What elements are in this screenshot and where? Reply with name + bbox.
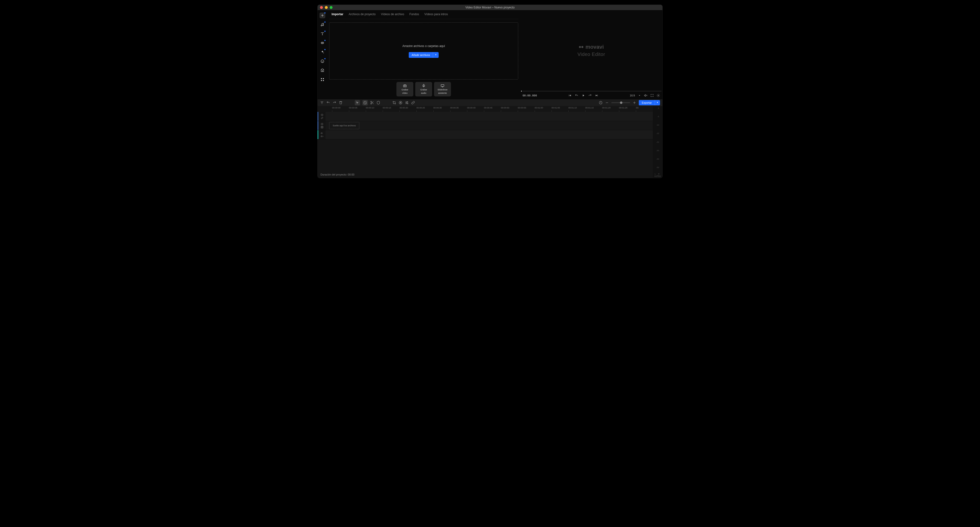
ruler-tick: 00:00:10 xyxy=(366,106,383,112)
aspect-label[interactable]: 16:9 xyxy=(630,94,635,97)
blade-tool-icon[interactable] xyxy=(363,100,368,105)
ruler-tick: 00:01:15 xyxy=(585,106,602,112)
audio-tool[interactable] xyxy=(320,22,325,27)
add-files-button-group: Añadir archivos ▾ xyxy=(409,52,439,58)
shield-icon[interactable] xyxy=(376,101,380,105)
export-dropdown[interactable]: ▾ xyxy=(655,100,660,105)
svg-rect-4 xyxy=(323,80,324,81)
svg-rect-2 xyxy=(323,78,324,79)
record-icon[interactable] xyxy=(399,101,402,105)
window-title: Video Editor Movavi – Nuevo proyecto xyxy=(465,6,515,9)
next-clip-button[interactable] xyxy=(595,94,598,97)
adjust-icon[interactable] xyxy=(405,101,409,105)
tab-project-files[interactable]: Archivos de proyecto xyxy=(349,13,376,17)
maximize-window-button[interactable] xyxy=(329,6,332,9)
export-button[interactable]: Exportar xyxy=(639,100,655,105)
project-duration: Duración del proyecto: 00:00 xyxy=(320,173,355,176)
track-head xyxy=(318,112,326,121)
filters-icon[interactable] xyxy=(320,101,324,105)
record-video-card[interactable]: Grabar vídeo xyxy=(396,82,413,97)
tab-stock-videos[interactable]: Vídeos de archivo xyxy=(381,13,404,17)
tab-intro-videos[interactable]: Vídeos para intros xyxy=(425,13,448,17)
audio-track[interactable] xyxy=(318,130,653,139)
media-panel: Importar Archivos de proyecto Vídeos de … xyxy=(327,10,520,99)
timeline-ruler[interactable]: 00:00:0000:00:0500:00:1000:00:1500:00:20… xyxy=(318,106,653,112)
cut-icon[interactable] xyxy=(370,101,374,105)
add-files-button[interactable]: Añadir archivos xyxy=(409,52,433,58)
fullscreen-button[interactable] xyxy=(651,94,654,97)
link-icon[interactable] xyxy=(411,101,415,105)
stickers-tool[interactable] xyxy=(320,58,325,64)
tab-import[interactable]: Importar xyxy=(332,13,344,17)
play-button[interactable] xyxy=(582,94,585,97)
eye-icon[interactable] xyxy=(321,123,323,125)
eye-icon[interactable] xyxy=(321,114,323,116)
logo-icon xyxy=(579,44,584,49)
import-drop-area[interactable]: Arrastre archivos o carpetas aquí Añadir… xyxy=(329,22,518,79)
zoom-out-icon[interactable] xyxy=(605,101,609,105)
side-toolbar xyxy=(318,10,327,99)
minimize-window-button[interactable] xyxy=(325,6,328,9)
slideshow-card[interactable]: Slideshow asistente xyxy=(434,82,451,97)
track-body[interactable] xyxy=(326,112,653,121)
speaker-icon[interactable] xyxy=(321,132,323,135)
close-window-button[interactable] xyxy=(320,6,323,9)
svg-point-0 xyxy=(321,60,324,63)
track-body[interactable] xyxy=(326,130,653,139)
redo-button[interactable] xyxy=(589,94,592,97)
pointer-tool-icon[interactable] xyxy=(355,100,360,105)
zoom-slider[interactable] xyxy=(611,102,630,103)
svg-rect-6 xyxy=(423,84,424,86)
add-files-dropdown[interactable]: ▾ xyxy=(433,52,439,58)
svg-point-20 xyxy=(322,114,322,115)
track-body[interactable]: Suelte aquí los archivos xyxy=(326,121,653,130)
meter-tick: -30 xyxy=(656,149,659,152)
undo-button[interactable] xyxy=(575,94,578,97)
more-tool[interactable] xyxy=(320,77,325,83)
drop-files-hint: Suelte aquí los archivos xyxy=(329,122,359,129)
ruler-tick: 00:01:10 xyxy=(568,106,585,112)
effects-tool[interactable] xyxy=(320,49,325,55)
meter-tick: -20 xyxy=(656,141,659,143)
ruler-tick: 00:00:00 xyxy=(332,106,349,112)
media-tabs: Importar Archivos de proyecto Vídeos de … xyxy=(329,10,518,19)
settings-button[interactable] xyxy=(657,94,660,97)
delete-icon[interactable] xyxy=(339,101,343,105)
meter-tick: 0 xyxy=(656,107,659,109)
redo-icon[interactable] xyxy=(332,101,336,105)
svg-point-17 xyxy=(406,102,407,103)
badge-dot-icon xyxy=(325,49,326,50)
ruler-tick: 00:00:55 xyxy=(518,106,535,112)
prev-clip-button[interactable] xyxy=(568,94,571,97)
link-icon[interactable] xyxy=(321,117,323,119)
speed-icon[interactable] xyxy=(599,101,603,105)
titles-tool[interactable] xyxy=(320,31,325,37)
preview-scrubber[interactable] xyxy=(521,90,662,92)
badge-dot-icon xyxy=(325,40,326,41)
badge-dot-icon xyxy=(325,58,326,59)
volume-button[interactable] xyxy=(644,94,648,97)
tab-backgrounds[interactable]: Fondos xyxy=(409,13,419,17)
ruler-tick: 00:00:05 xyxy=(349,106,366,112)
film-icon[interactable] xyxy=(321,126,323,129)
aspect-dropdown-icon[interactable] xyxy=(638,94,641,97)
undo-icon[interactable] xyxy=(326,101,330,105)
ruler-tick: 00:00:20 xyxy=(399,106,417,112)
svg-rect-7 xyxy=(441,85,444,87)
export-tool[interactable] xyxy=(320,68,325,73)
card-label: asistente xyxy=(438,92,447,95)
record-audio-card[interactable]: Grabar audio xyxy=(415,82,432,97)
zoom-in-icon[interactable] xyxy=(633,101,636,105)
app-window: Video Editor Movavi – Nuevo proyecto xyxy=(318,5,662,178)
import-tool[interactable] xyxy=(320,13,325,18)
crop-icon[interactable] xyxy=(392,101,396,105)
video-track[interactable]: Suelte aquí los archivos xyxy=(318,121,653,130)
mute-icon[interactable] xyxy=(321,135,323,138)
ruler-tick: 00:01:05 xyxy=(552,106,568,112)
transitions-tool[interactable] xyxy=(320,40,325,46)
svg-point-10 xyxy=(658,95,659,96)
card-label: vídeo xyxy=(402,92,407,95)
timeline-tracks: Suelte aquí los archivos xyxy=(318,112,653,139)
overlay-track[interactable] xyxy=(318,112,653,121)
preview-panel: movavi Video Editor 00:00.000 16:9 xyxy=(520,10,662,99)
